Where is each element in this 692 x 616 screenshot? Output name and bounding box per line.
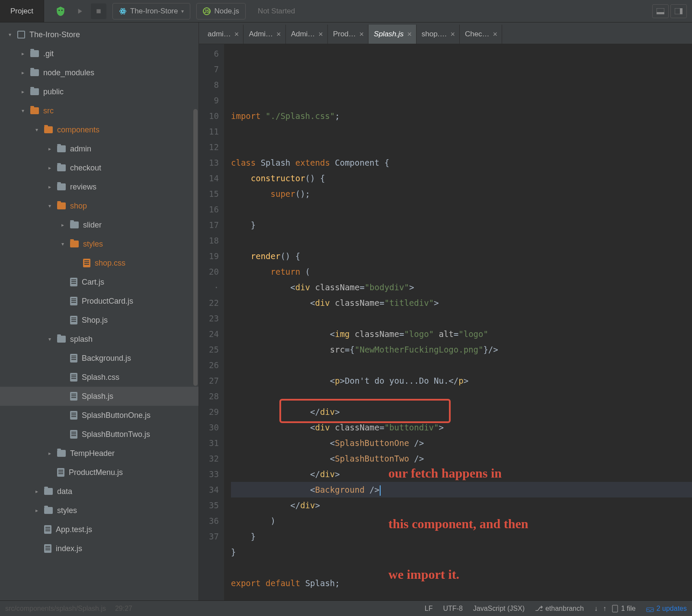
tree-item-index-js[interactable]: index.js bbox=[0, 539, 199, 558]
tree-item-splash[interactable]: splash bbox=[0, 330, 199, 349]
code-line[interactable]: </div> bbox=[231, 497, 692, 513]
tree-item-splashbuttontwo-js[interactable]: SplashButtonTwo.js bbox=[0, 425, 199, 444]
editor-tab[interactable]: admi…× bbox=[202, 25, 243, 44]
tree-item-app-test-js[interactable]: App.test.js bbox=[0, 520, 199, 539]
code-line[interactable] bbox=[231, 560, 692, 575]
code-line[interactable]: import "./Splash.css"; bbox=[231, 108, 692, 124]
layout-split-bottom-button[interactable] bbox=[652, 4, 669, 18]
chevron-down-icon[interactable] bbox=[47, 336, 53, 342]
code-line[interactable]: super(); bbox=[231, 186, 692, 202]
code-line[interactable]: <SplashButtonTwo /> bbox=[231, 451, 692, 466]
tree-item-node-modules[interactable]: node_modules bbox=[0, 63, 199, 82]
code-line[interactable]: <img className="logo" alt="logo" bbox=[231, 326, 692, 342]
code-line[interactable] bbox=[231, 124, 692, 139]
bug-icon[interactable] bbox=[53, 3, 68, 19]
code-line[interactable]: </div> bbox=[231, 404, 692, 420]
code-line[interactable]: <Background /> bbox=[231, 482, 692, 497]
tree-item-checkout[interactable]: checkout bbox=[0, 158, 199, 177]
layout-split-right-button[interactable] bbox=[670, 4, 687, 18]
code-editor[interactable]: 67891011121314151617181920·2223242526272… bbox=[199, 44, 692, 600]
tree-item-styles[interactable]: styles bbox=[0, 501, 199, 520]
editor-tab[interactable]: Admi…× bbox=[286, 25, 328, 44]
status-vcs-outgoing[interactable]: ↑ bbox=[603, 605, 606, 613]
code-line[interactable] bbox=[231, 233, 692, 248]
chevron-down-icon[interactable] bbox=[47, 203, 53, 209]
run-config-selector-1[interactable]: The-Iron-Store ▾ bbox=[112, 3, 191, 19]
chevron-right-icon[interactable] bbox=[60, 222, 66, 228]
close-icon[interactable]: × bbox=[450, 30, 455, 39]
tree-item-slider[interactable]: slider bbox=[0, 215, 199, 234]
chevron-right-icon[interactable] bbox=[47, 165, 53, 171]
tree-item-cart-js[interactable]: Cart.js bbox=[0, 273, 199, 292]
code-line[interactable] bbox=[231, 202, 692, 217]
tree-item-splash-css[interactable]: Splash.css bbox=[0, 368, 199, 387]
run-config-selector-2[interactable]: JS Node.js bbox=[196, 3, 246, 19]
code-line[interactable]: </div> bbox=[231, 466, 692, 482]
code-line[interactable]: <SplashButtonOne /> bbox=[231, 435, 692, 451]
status-vcs-incoming[interactable]: ↓ bbox=[589, 605, 603, 613]
code-line[interactable]: <div className="titlediv"> bbox=[231, 295, 692, 311]
project-tree[interactable]: The-Iron-Store .gitnode_modulespublicsrc… bbox=[0, 22, 199, 600]
tree-item-productcard-js[interactable]: ProductCard.js bbox=[0, 292, 199, 311]
code-line[interactable]: <div className="buttondiv"> bbox=[231, 420, 692, 435]
chevron-right-icon[interactable] bbox=[20, 89, 26, 95]
code-line[interactable]: } bbox=[231, 529, 692, 544]
status-changed-files[interactable]: 1 file bbox=[606, 605, 641, 613]
tree-item-data[interactable]: data bbox=[0, 482, 199, 501]
tree-item-public[interactable]: public bbox=[0, 82, 199, 101]
tree-item-src[interactable]: src bbox=[0, 101, 199, 120]
code-line[interactable]: class Splash extends Component { bbox=[231, 155, 692, 170]
code-line[interactable]: <p>Don't do you...Do Nu.</p> bbox=[231, 373, 692, 388]
chevron-right-icon[interactable] bbox=[20, 51, 26, 57]
tree-item-shop[interactable]: shop bbox=[0, 196, 199, 215]
tree-item-productmenu-js[interactable]: ProductMenu.js bbox=[0, 463, 199, 482]
chevron-right-icon[interactable] bbox=[47, 184, 53, 190]
tree-item-background-js[interactable]: Background.js bbox=[0, 349, 199, 368]
status-updates[interactable]: 2 updates bbox=[641, 605, 692, 613]
tree-item-splashbuttonone-js[interactable]: SplashButtonOne.js bbox=[0, 406, 199, 425]
close-icon[interactable]: × bbox=[359, 30, 364, 39]
chevron-down-icon[interactable] bbox=[7, 32, 13, 38]
code-content[interactable]: our fetch happens in this component, and… bbox=[224, 44, 692, 600]
tree-item-reviews[interactable]: reviews bbox=[0, 177, 199, 196]
code-line[interactable] bbox=[231, 591, 692, 600]
stop-button[interactable] bbox=[91, 3, 106, 19]
editor-tab[interactable]: Prod…× bbox=[328, 25, 368, 44]
code-line[interactable]: src={"NewMotherFuckingLogo.png"}/> bbox=[231, 342, 692, 357]
status-language[interactable]: JavaScript (JSX) bbox=[468, 605, 530, 613]
close-icon[interactable]: × bbox=[234, 30, 239, 39]
chevron-down-icon[interactable] bbox=[20, 108, 26, 114]
tree-root[interactable]: The-Iron-Store bbox=[0, 25, 199, 44]
chevron-down-icon[interactable] bbox=[34, 127, 40, 133]
close-icon[interactable]: × bbox=[407, 30, 412, 39]
code-line[interactable]: export default Splash; bbox=[231, 575, 692, 591]
tree-item--git[interactable]: .git bbox=[0, 44, 199, 63]
run-button[interactable] bbox=[72, 3, 87, 19]
chevron-right-icon[interactable] bbox=[20, 70, 26, 76]
status-git-branch[interactable]: ethanbranch bbox=[530, 604, 589, 613]
code-line[interactable]: render() { bbox=[231, 248, 692, 264]
editor-tab[interactable]: shop.…× bbox=[416, 25, 460, 44]
chevron-right-icon[interactable] bbox=[47, 146, 53, 152]
tree-item-shop-css[interactable]: shop.css bbox=[0, 253, 199, 273]
tree-item-admin[interactable]: admin bbox=[0, 139, 199, 158]
code-line[interactable]: ) bbox=[231, 513, 692, 529]
chevron-right-icon[interactable] bbox=[34, 488, 40, 494]
code-line[interactable]: } bbox=[231, 544, 692, 560]
code-line[interactable]: constructor() { bbox=[231, 170, 692, 186]
close-icon[interactable]: × bbox=[276, 30, 281, 39]
code-line[interactable] bbox=[231, 357, 692, 373]
tree-item-shop-js[interactable]: Shop.js bbox=[0, 311, 199, 330]
editor-tab[interactable]: Chec…× bbox=[460, 25, 502, 44]
code-line[interactable]: <div className="bodydiv"> bbox=[231, 279, 692, 295]
sidebar-scrollbar[interactable] bbox=[193, 22, 198, 600]
tree-item-styles[interactable]: styles bbox=[0, 234, 199, 253]
code-line[interactable]: return ( bbox=[231, 264, 692, 279]
close-icon[interactable]: × bbox=[493, 30, 498, 39]
status-line-ending[interactable]: LF bbox=[420, 605, 438, 613]
tree-item-components[interactable]: components bbox=[0, 120, 199, 139]
editor-tab[interactable]: Admi…× bbox=[243, 25, 285, 44]
chevron-right-icon[interactable] bbox=[34, 507, 40, 513]
tree-item-tempheader[interactable]: TempHeader bbox=[0, 444, 199, 463]
code-line[interactable]: } bbox=[231, 217, 692, 233]
